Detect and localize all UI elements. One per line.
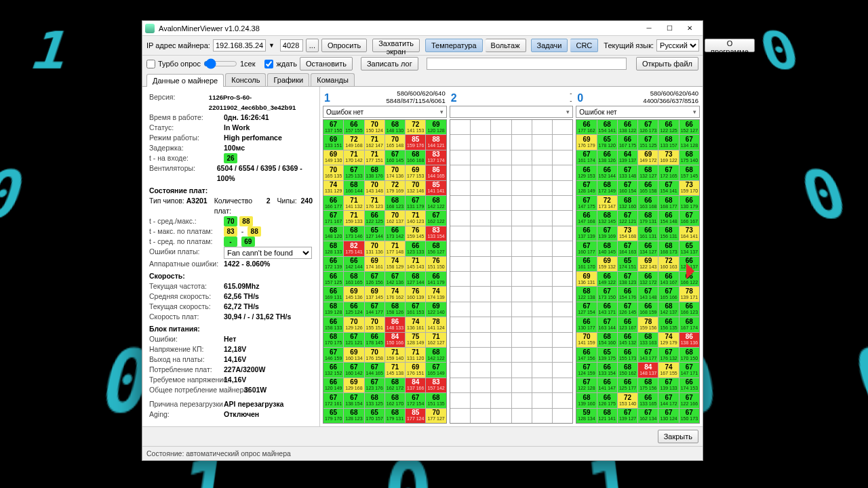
about-button[interactable]: О программе bbox=[705, 39, 755, 52]
chip-cell[interactable]: 82175 141 bbox=[344, 241, 363, 256]
chip-cell[interactable]: 67137 150 bbox=[323, 120, 343, 134]
chip-cell[interactable]: 67138 154 bbox=[344, 393, 363, 407]
board-error-select[interactable]: Fan cann't be found bbox=[224, 247, 312, 259]
chip-cell[interactable]: 67122 128 bbox=[576, 378, 596, 392]
chip-cell[interactable]: 72149 168 bbox=[344, 135, 363, 149]
chip-cell[interactable]: 70165 135 bbox=[323, 165, 343, 180]
chip-cell[interactable]: 68156 127 bbox=[426, 241, 446, 256]
chip-cell[interactable]: 67133 148 bbox=[618, 165, 637, 180]
chip-cell[interactable]: 68139 128 bbox=[323, 302, 343, 317]
chip-cell[interactable]: 67144 165 bbox=[365, 363, 384, 377]
chip-cell[interactable]: 66137 139 bbox=[576, 226, 596, 241]
chip-cell[interactable]: 72141 153 bbox=[406, 120, 425, 134]
chip-cell[interactable]: 66154 176 bbox=[618, 287, 637, 301]
chip-cell[interactable]: 74158 129 bbox=[385, 257, 405, 271]
chip-cell[interactable]: 71159 133 bbox=[344, 211, 363, 225]
chip-cell[interactable]: 69149 130 bbox=[323, 150, 343, 165]
chip-cell[interactable]: 67165 149 bbox=[426, 363, 446, 377]
chip-cell[interactable]: 68142 122 bbox=[426, 196, 446, 210]
board-error-select[interactable] bbox=[450, 106, 574, 118]
chip-cell[interactable]: 67172 154 bbox=[406, 393, 425, 407]
chip-cell[interactable]: 68179 131 bbox=[638, 211, 658, 225]
close-footer-button[interactable]: Закрыть bbox=[658, 430, 698, 443]
chip-cell[interactable]: 67176 132 bbox=[658, 348, 678, 362]
chip-cell[interactable]: 74136 161 bbox=[406, 317, 425, 331]
chip-cell[interactable]: 67172 165 bbox=[658, 165, 678, 180]
port-more-button[interactable]: ... bbox=[306, 39, 319, 52]
chip-cell[interactable]: 69177 153 bbox=[406, 165, 425, 180]
chip-cell[interactable]: 71177 151 bbox=[365, 150, 384, 165]
chip-cell[interactable]: 72179 169 bbox=[385, 181, 405, 195]
wait-checkbox[interactable] bbox=[264, 60, 273, 68]
chip-cell[interactable]: 71140 123 bbox=[406, 211, 425, 225]
chip-cell[interactable]: 70131 136 bbox=[365, 241, 384, 256]
tab-voltage[interactable]: Вольтаж bbox=[486, 39, 526, 52]
chip-cell[interactable]: 66167 175 bbox=[618, 135, 637, 149]
chip-cell[interactable]: 67165 166 bbox=[658, 287, 678, 301]
chip-cell[interactable]: 66125 124 bbox=[344, 302, 363, 317]
chip-cell[interactable]: 65179 170 bbox=[323, 409, 343, 423]
chip-cell[interactable]: 66143 167 bbox=[658, 272, 678, 286]
chip-cell[interactable]: 69129 168 bbox=[344, 378, 363, 392]
chip-cell[interactable]: 67151 125 bbox=[638, 135, 658, 149]
chip-cell[interactable]: 68148 130 bbox=[385, 120, 405, 134]
chip-cell[interactable]: 72153 140 bbox=[618, 393, 637, 407]
chip-cell[interactable]: 66133 154 bbox=[597, 363, 617, 377]
chip-cell[interactable]: 67130 124 bbox=[658, 409, 678, 423]
chip-cell[interactable]: 68133 125 bbox=[365, 393, 384, 407]
chip-cell[interactable]: 69149 172 bbox=[638, 150, 658, 165]
chip-cell[interactable]: 65170 157 bbox=[365, 409, 384, 423]
chip-cell[interactable]: 71141 132 bbox=[344, 196, 363, 210]
chip-cell[interactable]: 66138 126 bbox=[597, 150, 617, 165]
chip-cell[interactable]: 72173 147 bbox=[597, 196, 617, 210]
chip-cell[interactable]: 68162 170 bbox=[385, 393, 405, 407]
chip-cell[interactable]: 65127 144 bbox=[365, 226, 384, 241]
chip-cell[interactable]: 65174 151 bbox=[618, 257, 637, 271]
chip-cell[interactable]: 67164 163 bbox=[618, 241, 637, 256]
tab-minerdata[interactable]: Данные о майнере bbox=[146, 74, 224, 87]
openfile-button[interactable]: Открыть файл bbox=[636, 57, 698, 70]
chip-cell[interactable]: 78139 171 bbox=[679, 287, 699, 301]
chip-cell[interactable]: 69176 151 bbox=[406, 363, 425, 377]
chip-cell[interactable]: 67121 121 bbox=[344, 333, 363, 347]
chip-cell[interactable]: 66130 179 bbox=[679, 196, 699, 210]
chip-cell[interactable]: 86144 165 bbox=[426, 165, 446, 180]
chip-cell[interactable]: 71131 120 bbox=[406, 348, 425, 362]
chip-cell[interactable]: 70150 124 bbox=[365, 120, 384, 134]
chip-cell[interactable]: 73154 168 bbox=[618, 226, 637, 241]
chip-cell[interactable]: 67139 169 bbox=[597, 226, 617, 241]
chip-cell[interactable]: 65134 137 bbox=[679, 241, 699, 256]
chip-cell[interactable]: 67126 173 bbox=[638, 120, 658, 134]
chip-cell[interactable]: 66166 177 bbox=[323, 196, 343, 210]
chip-cell[interactable]: 68142 122 bbox=[426, 348, 446, 362]
chip-cell[interactable]: 66173 142 bbox=[385, 226, 405, 241]
chip-cell[interactable]: 67126 156 bbox=[365, 272, 384, 286]
board-error-select[interactable]: Ошибок нет bbox=[323, 106, 447, 118]
chip-cell[interactable]: 69120 128 bbox=[426, 120, 446, 134]
minimize-button[interactable]: ─ bbox=[639, 22, 659, 35]
chip-cell[interactable]: 66142 144 bbox=[344, 257, 363, 271]
chip-cell[interactable]: 67150 173 bbox=[679, 409, 699, 423]
chip-cell[interactable]: 70162 137 bbox=[385, 211, 405, 225]
chip-cell[interactable]: 70165 148 bbox=[385, 135, 405, 149]
chip-cell[interactable]: 68158 126 bbox=[385, 302, 405, 317]
chip-cell[interactable]: 67127 154 bbox=[576, 302, 596, 317]
chip-cell[interactable]: 67144 177 bbox=[365, 302, 384, 317]
turbo-slider[interactable] bbox=[203, 59, 237, 68]
chip-cell[interactable]: 67128 149 bbox=[576, 181, 596, 195]
chip-cell[interactable]: 68127 144 bbox=[406, 272, 425, 286]
chip-cell[interactable]: 70155 151 bbox=[365, 317, 384, 331]
tab-graphs[interactable]: Графики bbox=[267, 73, 309, 86]
chip-cell[interactable]: 68162 172 bbox=[385, 378, 405, 392]
chip-cell[interactable]: 68133 157 bbox=[658, 135, 678, 149]
chip-cell[interactable]: 67146 159 bbox=[323, 348, 343, 362]
chip-cell[interactable]: 66132 152 bbox=[323, 363, 343, 377]
chip-cell[interactable]: 71162 127 bbox=[426, 333, 446, 347]
chip-cell[interactable]: 74176 162 bbox=[385, 287, 405, 301]
ip-dropdown-icon[interactable]: ▼ bbox=[269, 42, 275, 49]
chip-cell[interactable]: 66122 125 bbox=[365, 211, 384, 225]
chip-cell[interactable]: 68166 144 bbox=[344, 181, 363, 195]
chip-cell[interactable]: 73169 122 bbox=[658, 150, 678, 165]
chip-cell[interactable]: 68170 175 bbox=[323, 333, 343, 347]
chip-cell[interactable]: 71145 143 bbox=[406, 257, 425, 271]
